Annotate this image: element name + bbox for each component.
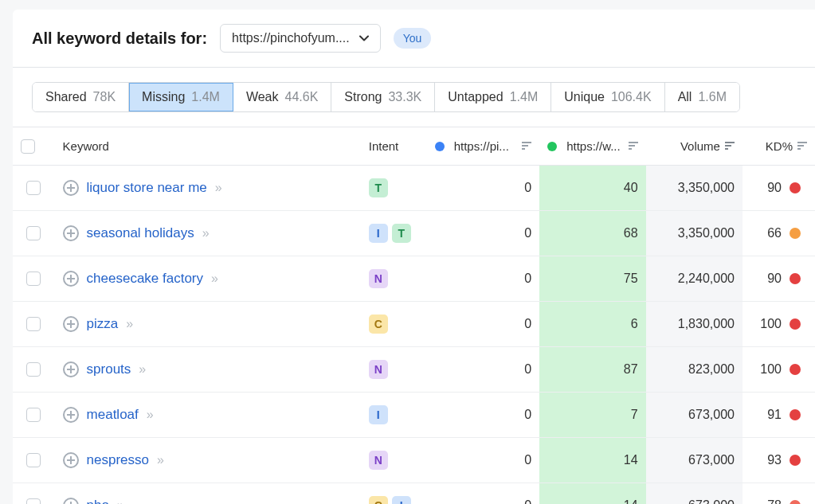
row-checkbox[interactable] — [26, 362, 41, 377]
intent-badges: I — [369, 405, 419, 424]
table-row: cheesecake factory»N0752,240,00090 — [13, 256, 815, 302]
double-chevron-icon[interactable]: » — [215, 181, 222, 195]
competitor-b-value: 14 — [539, 438, 645, 483]
row-checkbox[interactable] — [26, 272, 41, 286]
row-checkbox[interactable] — [26, 317, 41, 331]
kd-value: 78 — [767, 498, 782, 504]
double-chevron-icon[interactable]: » — [157, 453, 164, 467]
double-chevron-icon[interactable]: » — [147, 408, 154, 422]
row-checkbox[interactable] — [26, 226, 41, 240]
intent-badge-t: T — [369, 178, 388, 197]
intent-badges: C — [369, 315, 419, 334]
url-selector-text: https://pinchofyum.... — [232, 31, 350, 45]
kd-difficulty-dot-icon — [790, 228, 801, 239]
add-keyword-icon[interactable] — [63, 361, 79, 377]
double-chevron-icon[interactable]: » — [202, 226, 210, 240]
col-header-checkbox — [13, 127, 55, 166]
add-keyword-icon[interactable] — [63, 407, 79, 423]
competitor-b-value: 87 — [539, 347, 645, 393]
filter-tab-weak[interactable]: Weak44.6K — [233, 83, 331, 111]
keyword-link[interactable]: meatloaf — [87, 407, 139, 423]
competitor-a-value: 0 — [427, 256, 540, 302]
add-keyword-icon[interactable] — [63, 316, 79, 332]
page-header: All keyword details for: https://pinchof… — [13, 10, 815, 68]
intent-badge-n: N — [369, 451, 388, 470]
add-keyword-icon[interactable] — [63, 271, 79, 287]
double-chevron-icon[interactable]: » — [117, 498, 124, 504]
kd-difficulty-dot-icon — [790, 273, 801, 284]
sort-icon — [725, 140, 735, 152]
col-header-kd[interactable]: KD% — [743, 127, 815, 166]
volume-value: 673,000 — [646, 393, 743, 438]
keyword-table: Keyword Intent https://pi... https://w..… — [13, 127, 815, 504]
add-keyword-icon[interactable] — [63, 180, 79, 196]
kd-value: 66 — [767, 226, 782, 240]
keyword-link[interactable]: sprouts — [87, 361, 131, 377]
filter-tab-all[interactable]: All1.6M — [665, 83, 739, 111]
filter-tab-untapped[interactable]: Untapped1.4M — [435, 83, 551, 111]
table-row: pho»CI014673,00078 — [13, 483, 815, 504]
col-header-competitor-b-label: https://w... — [566, 139, 623, 153]
double-chevron-icon[interactable]: » — [139, 362, 146, 377]
intent-badge-i: I — [369, 224, 388, 243]
you-badge: You — [394, 28, 432, 49]
volume-value: 673,000 — [646, 438, 743, 483]
kd-value: 90 — [767, 272, 782, 286]
col-header-competitor-b[interactable]: https://w... — [539, 127, 645, 166]
intent-badges: CI — [369, 496, 419, 504]
keyword-link[interactable]: cheesecake factory — [87, 271, 203, 287]
chevron-down-icon — [359, 35, 369, 41]
filter-tab-strong[interactable]: Strong33.3K — [331, 83, 435, 111]
competitor-b-value: 40 — [539, 166, 645, 211]
double-chevron-icon[interactable]: » — [126, 317, 133, 331]
intent-badges: N — [369, 360, 419, 379]
add-keyword-icon[interactable] — [63, 498, 79, 504]
select-all-checkbox[interactable] — [21, 139, 35, 154]
col-header-competitor-a-label: https://pi... — [454, 139, 518, 153]
row-checkbox[interactable] — [26, 498, 41, 504]
col-header-competitor-a[interactable]: https://pi... — [427, 127, 540, 166]
filter-tab-label: Weak — [246, 90, 279, 104]
filter-tab-count: 44.6K — [284, 90, 318, 104]
intent-badge-i: I — [369, 405, 388, 424]
competitor-b-value: 68 — [539, 211, 645, 256]
filter-tab-label: Unique — [564, 90, 605, 104]
competitor-a-value: 0 — [427, 483, 540, 504]
competitor-a-value: 0 — [427, 393, 540, 438]
row-checkbox[interactable] — [26, 181, 41, 195]
col-header-keyword[interactable]: Keyword — [55, 127, 361, 166]
volume-value: 2,240,000 — [646, 256, 743, 302]
row-checkbox[interactable] — [26, 408, 41, 422]
add-keyword-icon[interactable] — [63, 452, 79, 468]
table-row: meatloaf»I07673,00091 — [13, 393, 815, 438]
kd-difficulty-dot-icon — [790, 182, 801, 193]
filter-tab-count: 1.4M — [510, 90, 539, 104]
double-chevron-icon[interactable]: » — [211, 272, 218, 286]
volume-value: 823,000 — [646, 347, 743, 393]
competitor-b-value: 14 — [539, 483, 645, 504]
competitor-a-value: 0 — [427, 438, 540, 483]
row-checkbox[interactable] — [26, 453, 41, 467]
filter-tab-count: 78K — [93, 90, 116, 104]
col-header-kd-label: KD% — [766, 139, 793, 153]
url-selector[interactable]: https://pinchofyum.... — [220, 24, 381, 53]
keyword-link[interactable]: pho — [87, 498, 109, 504]
intent-badge-n: N — [369, 360, 388, 379]
col-header-intent[interactable]: Intent — [361, 127, 427, 166]
intent-badge-c: C — [369, 496, 388, 504]
intent-badge-t: T — [392, 224, 411, 243]
intent-badges: N — [369, 451, 419, 470]
kd-value: 100 — [760, 362, 782, 377]
add-keyword-icon[interactable] — [63, 225, 79, 241]
filter-tabs: Shared78KMissing1.4MWeak44.6KStrong33.3K… — [13, 68, 815, 127]
filter-tab-unique[interactable]: Unique106.4K — [551, 83, 664, 111]
volume-value: 673,000 — [646, 483, 743, 504]
col-header-volume[interactable]: Volume — [646, 127, 743, 166]
keyword-link[interactable]: pizza — [87, 316, 119, 332]
keyword-link[interactable]: liquor store near me — [87, 180, 207, 196]
keyword-link[interactable]: seasonal holidays — [87, 225, 194, 241]
intent-badges: T — [369, 178, 419, 197]
filter-tab-shared[interactable]: Shared78K — [33, 83, 129, 111]
keyword-link[interactable]: nespresso — [87, 452, 149, 468]
filter-tab-missing[interactable]: Missing1.4M — [129, 83, 233, 111]
